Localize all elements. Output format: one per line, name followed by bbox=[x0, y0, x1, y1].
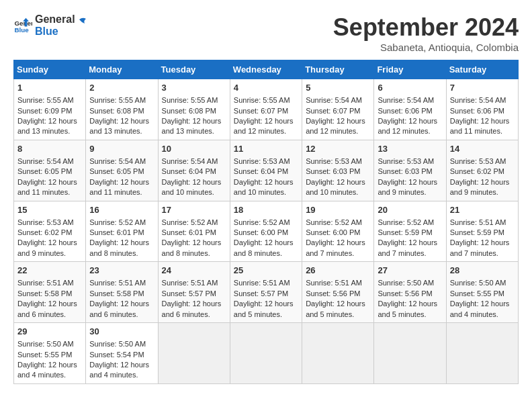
sunrise-label: Sunrise: 5:51 AM bbox=[17, 279, 74, 287]
day-number: 4 bbox=[234, 82, 298, 94]
calendar-cell: 12 Sunrise: 5:53 AM Sunset: 6:03 PM Dayl… bbox=[302, 140, 374, 201]
daylight-label: Daylight: 12 hours and 12 minutes. bbox=[306, 117, 365, 135]
daylight-label: Daylight: 12 hours and 13 minutes. bbox=[89, 117, 149, 135]
sunrise-label: Sunrise: 5:52 AM bbox=[162, 218, 218, 226]
day-number: 28 bbox=[450, 265, 515, 277]
week-row-3: 15 Sunrise: 5:53 AM Sunset: 6:02 PM Dayl… bbox=[14, 201, 519, 262]
day-number: 22 bbox=[17, 265, 82, 277]
sunrise-label: Sunrise: 5:52 AM bbox=[234, 218, 290, 226]
col-header-sunday: Sunday bbox=[14, 60, 86, 79]
calendar-cell: 14 Sunrise: 5:53 AM Sunset: 6:02 PM Dayl… bbox=[446, 140, 518, 201]
sunrise-label: Sunrise: 5:53 AM bbox=[17, 218, 74, 226]
sunrise-label: Sunrise: 5:54 AM bbox=[17, 157, 74, 165]
daylight-label: Daylight: 12 hours and 11 minutes. bbox=[450, 117, 510, 135]
sunrise-label: Sunrise: 5:51 AM bbox=[89, 279, 146, 287]
day-number: 27 bbox=[378, 265, 442, 277]
week-row-2: 8 Sunrise: 5:54 AM Sunset: 6:05 PM Dayli… bbox=[14, 140, 519, 201]
calendar-cell: 21 Sunrise: 5:51 AM Sunset: 5:59 PM Dayl… bbox=[446, 201, 518, 262]
calendar-cell: 28 Sunrise: 5:50 AM Sunset: 5:55 PM Dayl… bbox=[446, 262, 518, 323]
daylight-label: Daylight: 12 hours and 4 minutes. bbox=[89, 361, 149, 379]
logo-blue: Blue bbox=[35, 26, 75, 38]
logo: General Blue General Blue bbox=[13, 13, 87, 37]
sunset-label: Sunset: 6:02 PM bbox=[17, 228, 72, 236]
week-row-5: 29 Sunrise: 5:50 AM Sunset: 5:55 PM Dayl… bbox=[14, 323, 519, 384]
daylight-label: Daylight: 12 hours and 7 minutes. bbox=[378, 238, 437, 257]
calendar-cell: 5 Sunrise: 5:54 AM Sunset: 6:07 PM Dayli… bbox=[302, 79, 374, 140]
calendar-cell: 1 Sunrise: 5:55 AM Sunset: 6:09 PM Dayli… bbox=[14, 79, 86, 140]
logo-bird-icon bbox=[73, 15, 87, 30]
calendar-cell: 10 Sunrise: 5:54 AM Sunset: 6:04 PM Dayl… bbox=[158, 140, 230, 201]
sunrise-label: Sunrise: 5:51 AM bbox=[450, 218, 506, 226]
calendar-cell: 24 Sunrise: 5:51 AM Sunset: 5:57 PM Dayl… bbox=[158, 262, 230, 323]
daylight-label: Daylight: 12 hours and 6 minutes. bbox=[89, 300, 149, 318]
sunset-label: Sunset: 6:06 PM bbox=[450, 107, 504, 115]
calendar-cell: 30 Sunrise: 5:50 AM Sunset: 5:54 PM Dayl… bbox=[86, 323, 158, 384]
daylight-label: Daylight: 12 hours and 12 minutes. bbox=[378, 117, 437, 135]
calendar-cell: 19 Sunrise: 5:52 AM Sunset: 6:00 PM Dayl… bbox=[302, 201, 374, 262]
sunset-label: Sunset: 6:07 PM bbox=[234, 107, 288, 115]
calendar-cell: 27 Sunrise: 5:50 AM Sunset: 5:56 PM Dayl… bbox=[374, 262, 446, 323]
sunrise-label: Sunrise: 5:52 AM bbox=[378, 218, 434, 226]
sunrise-label: Sunrise: 5:55 AM bbox=[17, 96, 74, 104]
day-number: 11 bbox=[234, 143, 298, 155]
sunset-label: Sunset: 6:09 PM bbox=[17, 107, 72, 115]
sunset-label: Sunset: 5:56 PM bbox=[378, 289, 432, 298]
daylight-label: Daylight: 12 hours and 8 minutes. bbox=[89, 238, 149, 257]
daylight-label: Daylight: 12 hours and 7 minutes. bbox=[306, 238, 365, 257]
daylight-label: Daylight: 12 hours and 13 minutes. bbox=[17, 117, 77, 135]
calendar-cell: 26 Sunrise: 5:51 AM Sunset: 5:56 PM Dayl… bbox=[302, 262, 374, 323]
calendar-cell: 6 Sunrise: 5:54 AM Sunset: 6:06 PM Dayli… bbox=[374, 79, 446, 140]
day-number: 25 bbox=[234, 265, 298, 277]
day-number: 20 bbox=[378, 204, 442, 216]
day-number: 1 bbox=[17, 82, 82, 94]
calendar-cell: 11 Sunrise: 5:53 AM Sunset: 6:04 PM Dayl… bbox=[230, 140, 302, 201]
sunset-label: Sunset: 5:59 PM bbox=[450, 228, 504, 236]
daylight-label: Daylight: 12 hours and 9 minutes. bbox=[450, 178, 510, 196]
day-number: 18 bbox=[234, 204, 298, 216]
sunset-label: Sunset: 5:55 PM bbox=[17, 351, 72, 359]
daylight-label: Daylight: 12 hours and 9 minutes. bbox=[378, 178, 437, 196]
sunrise-label: Sunrise: 5:50 AM bbox=[89, 340, 146, 348]
col-header-friday: Friday bbox=[374, 60, 446, 79]
day-number: 24 bbox=[162, 265, 226, 277]
calendar-cell: 23 Sunrise: 5:51 AM Sunset: 5:58 PM Dayl… bbox=[86, 262, 158, 323]
calendar-cell: 8 Sunrise: 5:54 AM Sunset: 6:05 PM Dayli… bbox=[14, 140, 86, 201]
sunset-label: Sunset: 5:54 PM bbox=[89, 351, 144, 359]
sunset-label: Sunset: 6:07 PM bbox=[306, 107, 360, 115]
sunrise-label: Sunrise: 5:53 AM bbox=[450, 157, 506, 165]
daylight-label: Daylight: 12 hours and 11 minutes. bbox=[17, 178, 77, 196]
day-number: 17 bbox=[162, 204, 226, 216]
sunrise-label: Sunrise: 5:54 AM bbox=[378, 96, 434, 104]
sunset-label: Sunset: 6:04 PM bbox=[234, 167, 288, 175]
col-header-tuesday: Tuesday bbox=[158, 60, 230, 79]
sunrise-label: Sunrise: 5:51 AM bbox=[306, 279, 362, 287]
day-number: 3 bbox=[162, 82, 226, 94]
calendar-cell bbox=[158, 323, 230, 384]
svg-text:Blue: Blue bbox=[14, 26, 29, 33]
day-number: 30 bbox=[89, 326, 154, 338]
sunrise-label: Sunrise: 5:54 AM bbox=[162, 157, 218, 165]
sunset-label: Sunset: 6:03 PM bbox=[378, 167, 432, 175]
logo-general: General bbox=[35, 13, 75, 26]
calendar-cell: 18 Sunrise: 5:52 AM Sunset: 6:00 PM Dayl… bbox=[230, 201, 302, 262]
sunrise-label: Sunrise: 5:54 AM bbox=[306, 96, 362, 104]
day-number: 2 bbox=[89, 82, 154, 94]
calendar-cell: 29 Sunrise: 5:50 AM Sunset: 5:55 PM Dayl… bbox=[14, 323, 86, 384]
sunset-label: Sunset: 6:00 PM bbox=[306, 228, 360, 236]
month-title: September 2024 bbox=[333, 13, 519, 42]
location-subtitle: Sabaneta, Antioquia, Colombia bbox=[333, 42, 519, 53]
daylight-label: Daylight: 12 hours and 9 minutes. bbox=[17, 238, 77, 257]
sunset-label: Sunset: 5:57 PM bbox=[234, 289, 288, 298]
day-number: 10 bbox=[162, 143, 226, 155]
sunrise-label: Sunrise: 5:55 AM bbox=[234, 96, 290, 104]
sunrise-label: Sunrise: 5:53 AM bbox=[234, 157, 290, 165]
day-number: 16 bbox=[89, 204, 154, 216]
sunset-label: Sunset: 5:59 PM bbox=[378, 228, 432, 236]
day-number: 26 bbox=[306, 265, 370, 277]
calendar-cell: 16 Sunrise: 5:52 AM Sunset: 6:01 PM Dayl… bbox=[86, 201, 158, 262]
col-header-saturday: Saturday bbox=[446, 60, 518, 79]
daylight-label: Daylight: 12 hours and 8 minutes. bbox=[162, 238, 222, 257]
day-number: 29 bbox=[17, 326, 82, 338]
daylight-label: Daylight: 12 hours and 10 minutes. bbox=[162, 178, 222, 196]
sunrise-label: Sunrise: 5:53 AM bbox=[378, 157, 434, 165]
